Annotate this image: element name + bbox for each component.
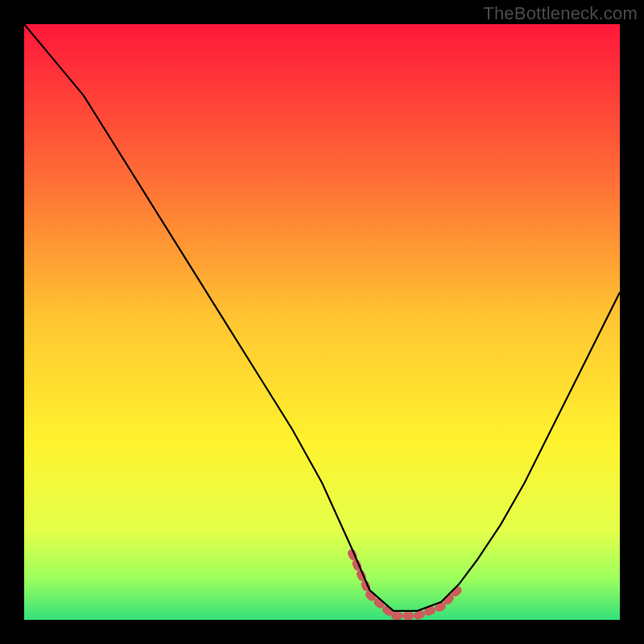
chart-svg <box>24 24 620 620</box>
plot-area <box>24 24 620 620</box>
watermark-label: TheBottleneck.com <box>483 3 638 24</box>
chart-frame: TheBottleneck.com <box>0 0 644 644</box>
gradient-background <box>24 24 620 620</box>
